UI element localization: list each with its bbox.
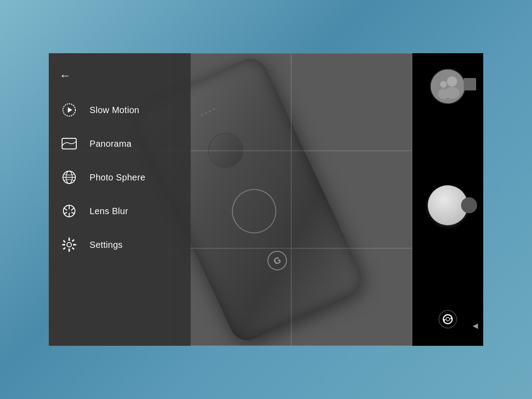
svg-point-27 xyxy=(439,310,457,328)
menu-item-settings[interactable]: Settings xyxy=(49,228,191,262)
svg-rect-17 xyxy=(74,244,76,246)
preview-thumbnail[interactable] xyxy=(430,69,466,104)
settings-icon xyxy=(61,237,77,253)
panorama-label: Panorama xyxy=(90,139,132,149)
svg-rect-18 xyxy=(63,240,66,243)
top-controls xyxy=(412,62,483,104)
stop-button[interactable] xyxy=(464,78,476,90)
right-panel: ◀ xyxy=(412,53,483,346)
menu-item-slow-motion[interactable]: Slow Motion xyxy=(49,93,191,127)
panorama-icon xyxy=(61,136,77,152)
slow-motion-label: Slow Motion xyxy=(90,105,139,115)
menu-item-lens-blur[interactable]: Lens Blur xyxy=(49,194,191,228)
center-controls xyxy=(412,104,483,306)
lens-blur-icon xyxy=(61,203,77,219)
svg-point-25 xyxy=(440,81,447,88)
camera-menu: ← Slow Motion xyxy=(49,53,191,346)
svg-point-23 xyxy=(447,76,457,86)
menu-item-photo-sphere[interactable]: Photo Sphere xyxy=(49,160,191,194)
phone-speaker xyxy=(200,108,215,116)
svg-line-9 xyxy=(71,212,75,214)
photo-sphere-icon xyxy=(61,169,77,185)
svg-rect-22 xyxy=(431,70,465,103)
svg-line-8 xyxy=(71,208,74,211)
lens-blur-label: Lens Blur xyxy=(90,206,128,216)
phone-circle xyxy=(225,182,284,241)
svg-rect-14 xyxy=(69,238,70,240)
settings-label: Settings xyxy=(90,240,123,250)
slow-motion-icon xyxy=(61,102,77,118)
phone-logo: G xyxy=(264,248,290,274)
svg-rect-19 xyxy=(72,239,74,242)
svg-rect-20 xyxy=(63,247,66,250)
app-container: G ← Slow Motion xyxy=(49,53,483,346)
svg-marker-1 xyxy=(68,107,72,113)
svg-point-13 xyxy=(67,243,71,247)
thumbnail-image xyxy=(431,70,465,103)
svg-line-11 xyxy=(64,212,67,214)
phone-camera xyxy=(202,127,249,174)
flip-camera-button[interactable] xyxy=(434,306,461,332)
menu-item-panorama[interactable]: Panorama xyxy=(49,127,191,160)
svg-rect-21 xyxy=(72,247,74,250)
svg-point-26 xyxy=(438,89,449,99)
camera-viewfinder: G ← Slow Motion xyxy=(49,53,412,346)
svg-point-28 xyxy=(446,317,450,321)
bottom-controls: ◀ xyxy=(412,306,483,337)
svg-rect-15 xyxy=(69,249,70,252)
photo-sphere-label: Photo Sphere xyxy=(90,172,145,183)
back-button[interactable]: ← xyxy=(49,62,191,93)
svg-rect-16 xyxy=(62,244,65,246)
mode-button[interactable] xyxy=(461,197,477,213)
